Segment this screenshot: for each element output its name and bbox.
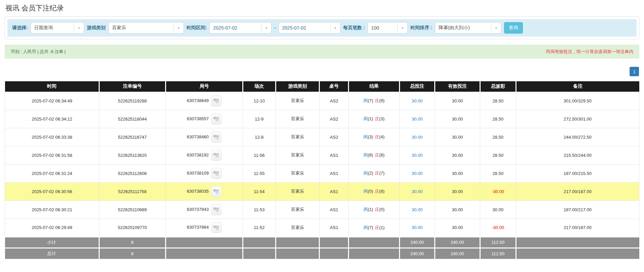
bet-id-cell: 522625113620 bbox=[99, 146, 165, 164]
grand-total-total-bet: 240.00 bbox=[399, 248, 435, 259]
col-header-total-bet: 总投注 bbox=[399, 81, 435, 92]
date-to-value: 2025-07-02 bbox=[279, 25, 330, 31]
player-result-score: (7) bbox=[368, 98, 373, 103]
video-replay-button[interactable] bbox=[211, 114, 221, 125]
bet-id-cell: 522625116747 bbox=[99, 128, 165, 146]
empty-cell bbox=[516, 248, 639, 259]
sort-label: 时间排序 : bbox=[410, 25, 432, 31]
game-type-cell: 百家乐 bbox=[276, 200, 319, 219]
remark-cell: 217.00/187.00 bbox=[516, 182, 639, 200]
table-header-row: 时间 注单编号 局号 场次 游戏类别 桌号 结果 总投注 有效投注 总派彩 备注 bbox=[5, 81, 639, 92]
bet-id-cell: 522625111758 bbox=[99, 182, 165, 200]
bet-id-cell: 522625110689 bbox=[99, 200, 165, 219]
player-result-label: 闲 bbox=[363, 225, 368, 230]
query-type-select[interactable]: 日期查询 ▼ bbox=[31, 22, 84, 34]
table-no-cell: AS2 bbox=[319, 128, 349, 146]
total-bet-link[interactable]: 30.00 bbox=[412, 207, 423, 212]
total-bet-link[interactable]: 30.00 bbox=[412, 225, 423, 230]
video-replay-button[interactable] bbox=[211, 168, 221, 179]
total-bet-cell: 30.00 bbox=[399, 200, 435, 219]
valid-bet-notice-text: 同局有效投注，统一计算在该局第一张注单内 bbox=[546, 49, 633, 55]
valid-bet-cell: 30.00 bbox=[435, 92, 480, 110]
table-row: 2025-07-02 06:33:38 522625116747 6307384… bbox=[5, 128, 639, 146]
currency-total-text: 币别 : 人民币 | 总共 :8 注单 | bbox=[11, 49, 66, 55]
table-row: 2025-07-02 06:29:49 522625109770 6307378… bbox=[5, 219, 639, 237]
total-bet-cell: 30.00 bbox=[399, 128, 435, 146]
player-result-label: 闲 bbox=[363, 116, 368, 121]
remark-cell: 215.50/244.00 bbox=[516, 146, 639, 164]
banker-result-score: (0) bbox=[379, 207, 385, 212]
total-bet-link[interactable]: 30.00 bbox=[412, 117, 423, 122]
sort-select[interactable]: 降幂(由大到小) ▼ bbox=[435, 22, 501, 34]
valid-bet-cell: 30.00 bbox=[435, 219, 480, 237]
game-type-cell: 百家乐 bbox=[276, 182, 319, 200]
banker-result-label: 庄 bbox=[375, 225, 379, 230]
page-size-label: 每页笔数 : bbox=[343, 25, 365, 31]
session-cell: 11-54 bbox=[243, 182, 276, 200]
subtotal-row: 小计 8 240.00 240.00 112.50 bbox=[5, 237, 639, 248]
video-camera-icon bbox=[213, 170, 219, 177]
game-type-cell: 百家乐 bbox=[276, 219, 319, 237]
game-type-select[interactable]: 百家乐 ▼ bbox=[108, 22, 184, 34]
total-bet-cell: 30.00 bbox=[399, 219, 435, 237]
bet-id-cell: 522625109770 bbox=[99, 219, 165, 237]
banker-result-score: (7) bbox=[379, 171, 385, 176]
total-bet-link[interactable]: 30.00 bbox=[412, 135, 423, 140]
player-result-label: 闲 bbox=[363, 98, 368, 103]
video-replay-button[interactable] bbox=[211, 95, 221, 106]
total-bet-link[interactable]: 30.00 bbox=[412, 171, 423, 176]
session-cell: 11-56 bbox=[243, 146, 276, 164]
total-bet-link[interactable]: 30.00 bbox=[412, 189, 423, 194]
video-replay-button[interactable] bbox=[211, 222, 221, 233]
page-1-button[interactable]: 1 bbox=[630, 67, 639, 76]
round-cell: 630738557 bbox=[166, 110, 243, 128]
round-cell: 630737864 bbox=[166, 219, 243, 237]
col-header-payout: 总派彩 bbox=[480, 81, 516, 92]
round-cell: 630737943 bbox=[166, 200, 243, 219]
player-result-label: 闲 bbox=[363, 134, 368, 139]
round-cell: 630738460 bbox=[166, 128, 243, 146]
player-result-score: (1) bbox=[368, 207, 373, 212]
col-header-session: 场次 bbox=[243, 81, 276, 92]
total-bet-link[interactable]: 30.00 bbox=[412, 98, 423, 103]
payout-cell: 28.50 bbox=[480, 146, 516, 164]
banker-result-label: 庄 bbox=[375, 98, 379, 103]
empty-cell bbox=[276, 248, 319, 259]
remark-cell: 187.00/215.50 bbox=[516, 164, 639, 182]
table-row: 2025-07-02 06:34:49 522625119288 6307386… bbox=[5, 92, 639, 110]
video-replay-button[interactable] bbox=[211, 132, 221, 143]
info-bar: 币别 : 人民币 | 总共 :8 注单 | 同局有效投注，统一计算在该局第一张注… bbox=[5, 45, 639, 59]
valid-bet-cell: 30.00 bbox=[435, 164, 480, 182]
player-result-score: (2) bbox=[368, 171, 373, 176]
date-to-select[interactable]: 2025-07-02 ▼ bbox=[279, 22, 341, 34]
player-result-label: 闲 bbox=[363, 171, 368, 176]
search-button[interactable]: 查询 bbox=[504, 22, 523, 34]
video-camera-icon bbox=[213, 206, 219, 213]
subtotal-label: 小计 bbox=[5, 237, 99, 248]
time-cell: 2025-07-02 06:34:49 bbox=[5, 92, 99, 110]
query-type-value: 日期查询 bbox=[31, 25, 74, 31]
video-replay-button[interactable] bbox=[211, 150, 221, 161]
empty-cell bbox=[349, 237, 399, 248]
page-size-select[interactable]: 100 ▼ bbox=[367, 22, 408, 34]
total-bet-link[interactable]: 30.00 bbox=[412, 153, 423, 158]
bet-id-cell: 522625118044 bbox=[99, 110, 165, 128]
grand-total-payout: 112.50 bbox=[480, 248, 516, 259]
video-replay-button[interactable] bbox=[211, 186, 221, 197]
player-result-label: 闲 bbox=[363, 152, 368, 157]
date-from-select[interactable]: 2025-07-02 ▼ bbox=[209, 22, 271, 34]
result-cell: 闲(2)庄(7) bbox=[349, 164, 399, 182]
remark-cell: 244.00/272.50 bbox=[516, 128, 639, 146]
valid-bet-cell: 30.00 bbox=[435, 146, 480, 164]
col-header-result: 结果 bbox=[349, 81, 399, 92]
player-result-score: (3) bbox=[368, 134, 373, 139]
player-result-label: 闲 bbox=[363, 189, 368, 194]
result-cell: 闲(6)庄(8) bbox=[349, 146, 399, 164]
col-header-bet-id: 注单编号 bbox=[99, 81, 165, 92]
video-replay-button[interactable] bbox=[211, 204, 221, 215]
video-camera-icon bbox=[213, 224, 219, 231]
grand-total-valid-bet: 240.00 bbox=[435, 248, 480, 259]
video-camera-icon bbox=[213, 116, 219, 122]
date-range-tilde: ~ bbox=[274, 25, 276, 31]
valid-bet-cell: 30.00 bbox=[435, 110, 480, 128]
